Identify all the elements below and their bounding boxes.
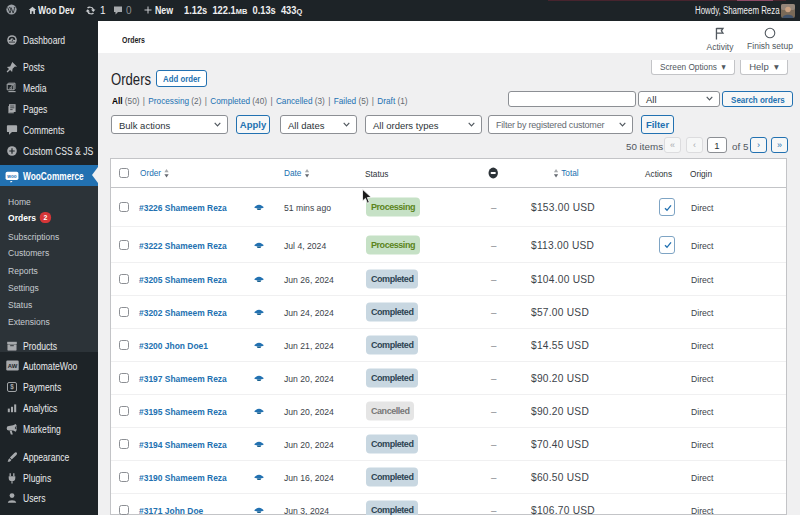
svg-text:AW: AW	[8, 362, 18, 368]
svg-text:$: $	[10, 383, 14, 391]
svg-text:woo: woo	[6, 174, 16, 179]
